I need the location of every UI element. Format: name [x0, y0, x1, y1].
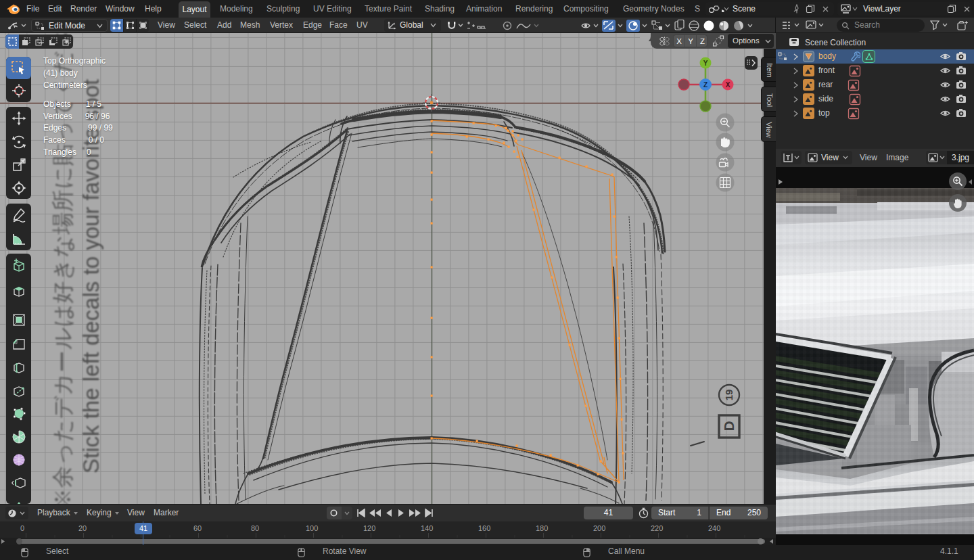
svg-text:19: 19 [723, 390, 735, 401]
svg-text:X: X [726, 81, 730, 89]
svg-text:Y: Y [703, 60, 708, 67]
svg-text:Z: Z [703, 81, 708, 89]
svg-text:D: D [721, 421, 737, 431]
